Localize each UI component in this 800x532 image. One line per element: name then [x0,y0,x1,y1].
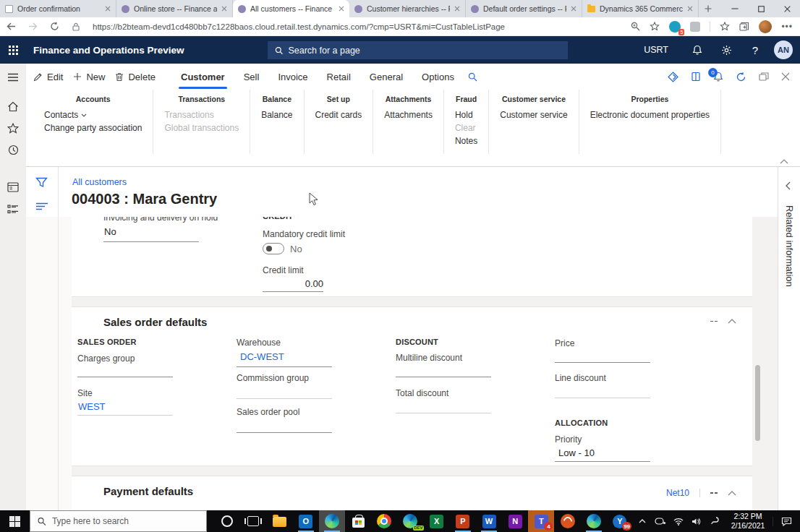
ribbon-collapse-chevron-icon[interactable] [780,159,788,164]
edge-browser-icon[interactable] [319,510,345,532]
site-value[interactable]: WEST [78,401,106,412]
tab-retail[interactable]: Retail [318,64,360,90]
mandatory-credit-limit-toggle[interactable] [263,243,284,254]
tab-close-icon[interactable] [105,6,111,12]
related-information-label[interactable]: Related information [784,205,795,287]
actions-search-icon[interactable] [468,72,477,82]
payment-defaults-title[interactable]: Payment defaults [103,485,193,497]
message-bell-icon[interactable]: 0 [713,72,723,82]
device-icon[interactable] [651,518,669,525]
balance-button[interactable]: Balance [261,108,292,121]
new-button[interactable]: New [73,72,105,82]
sales-order-defaults-title[interactable]: Sales order defaults [103,316,207,328]
browser-tab-dynamics-commerce[interactable]: Dynamics 365 Commerce [582,0,699,17]
tab-close-icon[interactable] [571,6,576,12]
vertical-scrollbar-thumb[interactable] [755,365,760,441]
tab-close-icon[interactable] [221,6,227,12]
start-button[interactable] [0,510,30,532]
settings-gear-icon[interactable] [712,45,741,56]
customer-service-button[interactable]: Customer service [500,108,567,121]
warehouse-value[interactable]: DC-WEST [240,351,284,362]
zoom-icon[interactable] [631,22,640,31]
browser-tab-all-customers[interactable]: All customers -- Finance an [233,0,349,17]
action-center-icon[interactable] [773,517,800,526]
tab-close-icon[interactable] [687,6,693,12]
electronic-document-properties-button[interactable]: Electronic document properties [590,108,710,121]
tab-invoice[interactable]: Invoice [268,64,317,90]
badged-app-icon[interactable]: Y99 [607,510,633,532]
power-apps-icon[interactable] [668,72,678,82]
taskbar-search-input[interactable] [52,516,199,526]
invoicing-hold-value[interactable]: No [104,226,116,237]
priority-value[interactable]: Low - 10 [558,447,595,458]
browser-menu-icon[interactable]: ••• [781,22,793,32]
powerpoint-icon[interactable]: P [450,510,476,532]
modules-list-icon[interactable] [0,198,26,220]
taskbar-search-box[interactable] [30,510,207,532]
tab-general[interactable]: General [360,64,412,90]
section-collapse-chevron-icon[interactable] [728,491,736,496]
url-bar[interactable]: https://b2bteam-devd1cd480bb7c1228baos.c… [93,22,505,31]
hold-button[interactable]: Hold [455,108,477,121]
pen-input-icon[interactable] [705,517,723,525]
edge-beta-icon[interactable] [581,510,607,532]
user-avatar[interactable]: AN [774,40,793,59]
expand-panel-chevron-icon[interactable] [786,181,791,190]
tab-options[interactable]: Options [412,64,464,90]
list-view-icon[interactable] [35,202,48,211]
company-picker[interactable]: USRT [644,45,668,55]
forward-button[interactable] [22,22,43,30]
delete-button[interactable]: Delete [115,72,156,82]
refresh-icon[interactable] [736,72,746,82]
contacts-menu-button[interactable]: Contacts [44,108,142,121]
chrome-icon[interactable] [371,510,397,532]
cortana-icon[interactable] [214,510,240,532]
back-button[interactable] [0,22,22,30]
new-tab-button[interactable] [699,0,718,17]
section-more-icon[interactable] [710,492,718,494]
notes-button[interactable]: Notes [455,134,477,147]
change-party-association-button[interactable]: Change party association [44,121,142,134]
taskbar-clock[interactable]: 2:32 PM 2/16/2021 [728,512,768,531]
page-search-input[interactable] [288,46,561,56]
home-icon[interactable] [0,95,26,117]
payment-terms-summary[interactable]: Net10 [666,488,689,498]
notifications-bell-icon[interactable] [683,45,712,56]
favorites-icon[interactable] [720,22,730,31]
guide-book-icon[interactable] [691,72,701,82]
window-maximize-button[interactable] [748,0,774,17]
orange-app-icon[interactable] [554,510,580,532]
microsoft-store-icon[interactable] [345,510,371,532]
credit-cards-button[interactable]: Credit cards [315,108,362,121]
recent-clock-icon[interactable] [0,139,26,160]
tab-close-icon[interactable] [454,6,460,12]
window-close-button[interactable] [774,0,800,17]
page-search-box[interactable] [268,41,568,59]
favorites-star-icon[interactable] [0,117,26,139]
browser-tab-order-confirmation[interactable]: Order confirmation [0,0,116,17]
browser-tab-online-store[interactable]: Online store -- Finance and [116,0,233,17]
extension-icon-2[interactable] [690,22,700,32]
workspace-form-icon[interactable] [0,176,26,198]
section-more-icon[interactable] [710,321,718,322]
attachments-button[interactable]: Attachments [384,108,433,121]
browser-tab-customer-hierarchies[interactable]: Customer hierarchies -- Fin [349,0,466,17]
credit-limit-value[interactable]: 0.00 [263,278,323,289]
word-icon[interactable]: W [476,510,502,532]
edit-button[interactable]: Edit [33,72,63,82]
window-minimize-button[interactable] [722,0,748,17]
network-wifi-icon[interactable] [669,518,687,525]
collections-icon[interactable] [739,22,749,31]
volume-speaker-icon[interactable] [687,518,705,525]
breadcrumb-all-customers[interactable]: All customers [72,177,127,187]
teams-icon[interactable]: T4 [528,510,554,532]
help-icon[interactable]: ? [741,44,770,56]
browser-tab-default-order-settings[interactable]: Default order settings -- Fi [466,0,582,17]
nav-hamburger-icon[interactable] [0,66,26,88]
favorite-this-page-icon[interactable] [650,22,660,31]
excel-icon[interactable]: X [424,510,450,532]
filter-funnel-icon[interactable] [35,177,48,188]
show-hidden-icons-chevron[interactable] [633,519,651,523]
tab-close-icon[interactable] [339,6,344,12]
section-collapse-chevron-icon[interactable] [728,319,736,324]
